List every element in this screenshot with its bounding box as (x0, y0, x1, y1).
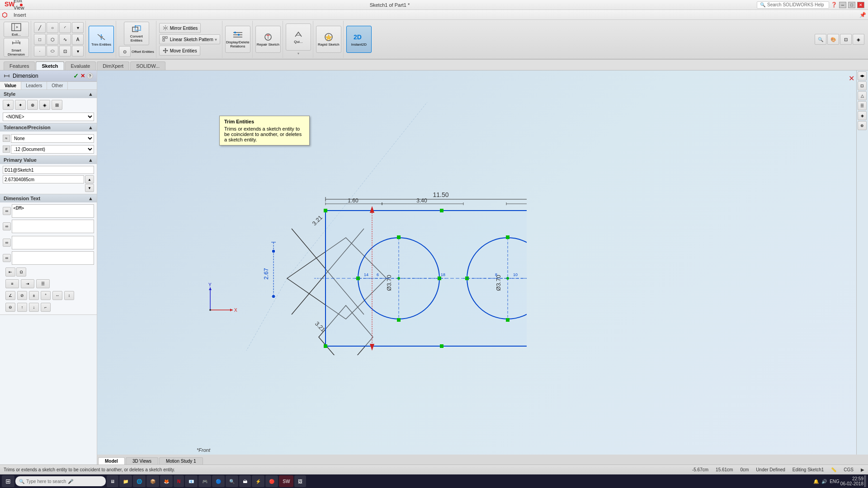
tab-solidworks[interactable]: SOLIDW... (130, 61, 165, 70)
justify-btn[interactable]: ☰ (36, 279, 50, 288)
arrow-icon-btn[interactable]: ↔ (52, 291, 62, 300)
taskbar-game-btn[interactable]: 🎮 (198, 475, 211, 487)
view-options-btn[interactable]: 🔍 (815, 34, 826, 45)
dimension-text-header[interactable]: Dimension Text ▲ (0, 194, 97, 202)
style-btn-3[interactable]: ⊕ (27, 100, 38, 110)
start-button[interactable]: ⊞ (2, 475, 14, 487)
up-arrow-btn[interactable]: ↑ (17, 303, 27, 312)
sketch-canvas[interactable]: 11.50 2.67 3.21 3.21 1.60 3.40 1 (120, 84, 527, 355)
tab-evaluate[interactable]: Evaluate (65, 61, 96, 70)
dim-text-field4[interactable] (12, 251, 94, 265)
menu-item-view[interactable]: View (10, 4, 35, 11)
value-up-btn[interactable]: ▲ (85, 175, 94, 183)
line-button[interactable]: ╱ (34, 22, 46, 33)
repair-sketch-button[interactable]: Repair Sketch (255, 26, 281, 53)
style-btn-1[interactable]: ★ (3, 100, 14, 110)
taskbar-teams-btn[interactable]: 🔵 (212, 475, 225, 487)
tab-dimxpert[interactable]: DimXpert (97, 61, 129, 70)
taskbar-netflix-btn[interactable]: N (174, 475, 184, 487)
appearance-btn[interactable]: ◈ (853, 34, 864, 45)
down2-btn[interactable]: ↓ (29, 303, 39, 312)
menu-item-insert[interactable]: Insert (10, 11, 35, 19)
show-desktop-btn[interactable] (864, 475, 866, 487)
taskbar-app1-btn[interactable]: 🔴 (265, 475, 278, 487)
taskbar-edge-btn[interactable]: 📁 (119, 475, 132, 487)
section-view-btn[interactable]: ⊡ (840, 34, 852, 45)
more-btn2[interactable]: ▾ (72, 46, 84, 56)
sidebar-icon1[interactable]: ⊡ (858, 81, 867, 90)
style-btn-4[interactable]: ◈ (39, 100, 50, 110)
instant2d-button[interactable]: 2D Instant2D (346, 26, 372, 53)
menu-item-edit[interactable]: Edit (10, 0, 35, 4)
display-delete-button[interactable]: Display/Delete Relations (225, 26, 250, 53)
panel-close-btn[interactable]: ✕ (80, 73, 85, 79)
smart-dimension-button[interactable]: 1.5 Smart Dimension (4, 38, 29, 57)
convert-entities-button[interactable]: Convert Entities (124, 22, 149, 45)
taskbar-store-btn[interactable]: 📦 (146, 475, 159, 487)
panel-check-btn[interactable]: ✓ (73, 72, 79, 80)
circle-button[interactable]: ○ (47, 22, 58, 33)
point-button[interactable]: · (34, 46, 46, 56)
minimize-button[interactable]: ─ (839, 2, 846, 8)
corner-btn[interactable]: ⌐ (41, 303, 51, 312)
taskbar-explorer-btn[interactable]: 🌐 (133, 475, 146, 487)
taskbar-volume-icon[interactable]: 🔊 (821, 479, 827, 484)
insert-sym-btn[interactable]: Ω (16, 267, 26, 277)
style-btn-2[interactable]: ✦ (15, 100, 26, 110)
arc-button[interactable]: ◜ (59, 22, 71, 33)
collapse-right-btn[interactable]: ◀▶ (858, 71, 867, 80)
search-help-input[interactable]: 🔍 Search SOLIDWORKS Help (757, 1, 829, 9)
sidebar-icon3[interactable]: ☰ (858, 101, 867, 110)
more-shapes-btn[interactable]: ▾ (72, 22, 84, 33)
align-right-btn[interactable]: ⇥ (21, 279, 34, 288)
sidebar-icon5[interactable]: ⊕ (858, 121, 867, 130)
primary-value-field2[interactable] (3, 175, 84, 183)
taskbar-clock[interactable]: 22:59 06-02-2018 (840, 476, 863, 486)
taskbar-mail-btn[interactable]: 📧 (185, 475, 198, 487)
view-tab-motion[interactable]: Motion Study 1 (159, 457, 203, 465)
spline-button[interactable]: ∿ (59, 34, 71, 45)
slot-button[interactable]: ⬭ (47, 46, 58, 56)
trim-entities-button[interactable]: Trim Entities (89, 26, 114, 53)
taskbar-notify-icon[interactable]: 🔔 (813, 479, 819, 484)
taskbar-photo-btn[interactable]: 🏔 (239, 475, 251, 487)
taskbar-firefox-btn[interactable]: 🦊 (160, 475, 173, 487)
dim-text-field3[interactable] (12, 236, 94, 249)
taskbar-sw-btn[interactable]: SW (279, 475, 293, 487)
linear-sketch-button[interactable]: Linear Sketch Pattern ▾ (159, 34, 220, 44)
offset-entities-button[interactable]: ⊙ (119, 46, 131, 57)
dim-text-icon4[interactable]: ∞ (3, 254, 11, 262)
plus-minus-btn[interactable]: ± (29, 291, 39, 300)
down-arrow-btn[interactable]: ↕ (64, 291, 74, 300)
rect-button[interactable]: □ (34, 34, 46, 45)
quick-sketch-button[interactable]: Qui... (286, 23, 311, 51)
close-button[interactable]: ✕ (857, 2, 864, 8)
dim-text-icon1[interactable]: ∞ (3, 207, 11, 215)
tab-features[interactable]: Features (4, 61, 35, 70)
dim-text-field2[interactable] (12, 220, 94, 233)
style-section-header[interactable]: Style ▲ (0, 90, 97, 98)
taskbar-search2-btn[interactable]: 🔍 (226, 475, 238, 487)
pin-icon[interactable]: 📌 (859, 12, 866, 18)
restore-button[interactable]: □ (848, 2, 855, 8)
taskbar-img-btn[interactable]: 🖼 (294, 475, 306, 487)
taskbar-view-btn[interactable]: 🖥 (107, 475, 118, 487)
angle-icon-btn[interactable]: ∠ (5, 291, 15, 300)
taskbar-power-btn[interactable]: ⚡ (252, 475, 264, 487)
text-button[interactable]: A (72, 34, 84, 45)
deg-btn[interactable]: ° (41, 291, 51, 300)
view-tab-3d[interactable]: 3D Views (126, 457, 158, 465)
canvas-area[interactable]: Trim Entities Trims or extends a sketch … (97, 70, 868, 465)
taskbar-search[interactable]: 🔍 Type here to search 🎤 (15, 476, 106, 486)
help-icon[interactable]: ❓ (831, 2, 837, 8)
move-entities-button[interactable]: Move Entities (159, 46, 200, 56)
align-left-icon-btn[interactable]: ⇤ (5, 267, 15, 277)
polygon-button[interactable]: ⬡ (47, 34, 58, 45)
mirror-entities-button[interactable]: Mirror Entities (159, 23, 201, 33)
construction-btn[interactable]: ⊡ (59, 46, 71, 56)
style-btn-5[interactable]: ⊞ (52, 100, 62, 110)
exit-sketch-button[interactable]: Exit... (4, 22, 29, 37)
precision-dropdown[interactable]: .12 (Document) (11, 145, 94, 154)
tolerance-section-header[interactable]: Tolerance/Precision ▲ (0, 123, 97, 131)
dim-text-icon2[interactable]: ∞ (3, 222, 11, 230)
